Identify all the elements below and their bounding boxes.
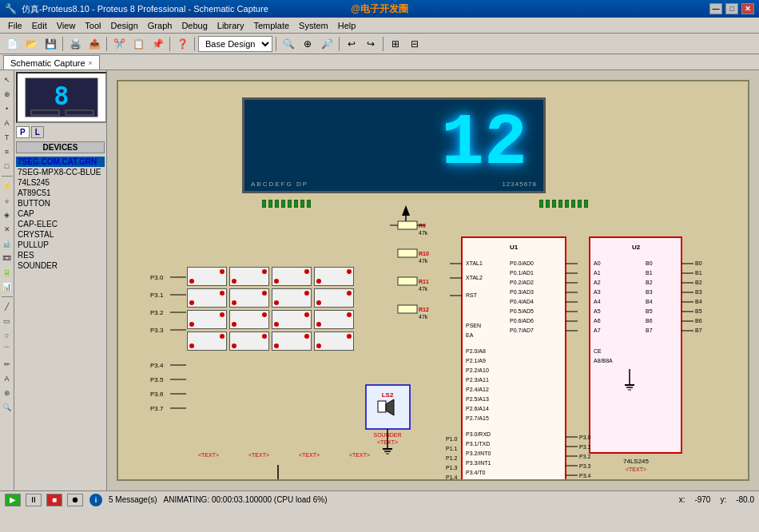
device-list[interactable]: 7SEG.COM.CAT.GRN 7SEG-MPX8-CC-BLUE 74LS2… — [14, 155, 106, 490]
2d-line-button[interactable]: ╱ — [1, 300, 14, 313]
junction-button[interactable]: • — [1, 102, 14, 115]
pin-dot — [578, 200, 582, 208]
device-res[interactable]: RES — [16, 250, 105, 260]
device-7seg-mpx8[interactable]: 7SEG-MPX8-CC-BLUE — [16, 167, 105, 177]
menu-bar: File Edit View Tool Design Graph Debug L… — [0, 18, 759, 34]
svg-text:P2.0/A8: P2.0/A8 — [466, 348, 486, 354]
device-cap[interactable]: CAP — [16, 208, 105, 219]
svg-text:XTAL2: XTAL2 — [466, 275, 483, 280]
btn-cell-1-0 — [187, 288, 227, 308]
menu-design[interactable]: Design — [106, 19, 143, 32]
menu-tool[interactable]: Tool — [80, 19, 105, 32]
close-button[interactable]: ✕ — [741, 3, 754, 14]
2d-text-button[interactable]: A — [1, 372, 14, 385]
2d-circle-button[interactable]: ○ — [1, 329, 14, 342]
svg-text:A0: A0 — [594, 260, 601, 266]
device-at89c51[interactable]: AT89C51 — [16, 188, 105, 198]
cut-button[interactable]: ✂️ — [110, 35, 128, 53]
help-button[interactable]: ❓ — [173, 35, 191, 53]
text-button[interactable]: T — [1, 131, 14, 144]
tab-close-icon[interactable]: × — [89, 59, 93, 67]
svg-text:P3.2: P3.2 — [579, 454, 591, 459]
device-74ls245[interactable]: 74LS245 — [16, 177, 105, 188]
paste-button[interactable]: 📌 — [149, 35, 166, 53]
tab-schematic[interactable]: Schematic Capture × — [3, 55, 100, 69]
btn-cell-1-3 — [314, 288, 354, 308]
copy-to-button[interactable]: ⊞ — [387, 35, 404, 53]
paste-from-button[interactable]: ⊟ — [406, 35, 423, 53]
window-title: 仿真-Proteus8.10 - Proteus 8 Professional … — [22, 3, 268, 15]
2d-sym-button[interactable]: ⊛ — [1, 387, 14, 399]
svg-text:P2.3/A11: P2.3/A11 — [466, 377, 489, 383]
zoom-fit-button[interactable]: ⊕ — [299, 35, 316, 53]
copy-button[interactable]: 📋 — [129, 35, 147, 53]
select-tool-button[interactable]: ↖ — [1, 73, 14, 86]
2d-path-button[interactable]: ✏ — [1, 358, 14, 371]
svg-text:P1.2: P1.2 — [446, 455, 458, 461]
menu-graph[interactable]: Graph — [143, 19, 177, 32]
wire-label-button[interactable]: A — [1, 117, 14, 129]
menu-debug[interactable]: Debug — [177, 19, 212, 32]
minimize-button[interactable]: — — [709, 3, 722, 14]
port-button[interactable]: ◈ — [1, 208, 14, 221]
instrument-button[interactable]: 📊 — [1, 280, 14, 293]
no-connect-button[interactable]: ✕ — [1, 223, 14, 236]
device-crystal[interactable]: CRYSTAL — [16, 229, 105, 240]
svg-text:U1: U1 — [510, 244, 519, 251]
svg-text:P3.2: P3.2 — [150, 309, 164, 316]
svg-text:P3.5: P3.5 — [150, 376, 164, 383]
canvas-area[interactable]: ABCDEFG DP 12345678 12 — [107, 70, 759, 490]
stop-button[interactable]: ■ — [46, 494, 62, 506]
svg-marker-5 — [402, 205, 410, 216]
status-bar: ▶ ⏸ ■ ⏺ i 5 Message(s) ANIMATING: 00:00:… — [0, 490, 759, 508]
save-button[interactable]: 💾 — [42, 35, 59, 53]
side-panel: 8 P L DEVICES 7SEG.COM.CAT.GRN 7SEG-MPX8… — [14, 70, 107, 490]
device-button[interactable]: BUTTON — [16, 198, 105, 208]
zoom-in-button[interactable]: 🔍 — [280, 35, 297, 53]
record-button[interactable]: ⏺ — [67, 494, 83, 506]
schematic-canvas[interactable]: ABCDEFG DP 12345678 12 — [117, 80, 749, 481]
device-sounder[interactable]: SOUNDER — [16, 260, 105, 271]
probe-button[interactable]: 🔬 — [1, 237, 14, 250]
tape-button[interactable]: 📼 — [1, 252, 14, 264]
svg-text:<TEXT>: <TEXT> — [377, 439, 398, 445]
new-button[interactable]: 📄 — [3, 35, 21, 53]
subcircuit-button[interactable]: □ — [1, 160, 14, 173]
menu-help[interactable]: Help — [333, 19, 361, 32]
menu-file[interactable]: File — [3, 19, 27, 32]
2d-box-button[interactable]: ▭ — [1, 315, 14, 328]
panel-tab-p[interactable]: P — [16, 126, 30, 138]
main-toolbar: 📄 📂 💾 🖨️ 📤 ✂️ 📋 📌 ❓ Base Design 🔍 ⊕ 🔎 ↩ … — [0, 34, 759, 54]
design-dropdown[interactable]: Base Design — [198, 36, 272, 52]
device-7seg-cat-grn[interactable]: 7SEG.COM.CAT.GRN — [16, 157, 105, 167]
maximize-button[interactable]: □ — [725, 3, 738, 14]
bus-button[interactable]: ≡ — [1, 145, 14, 158]
component-button[interactable]: ⊕ — [1, 88, 14, 101]
device-cap-elec[interactable]: CAP-ELEC — [16, 219, 105, 229]
menu-edit[interactable]: Edit — [27, 19, 52, 32]
power-button[interactable]: ⚡ — [1, 180, 14, 193]
svg-text:R10: R10 — [419, 251, 429, 256]
svg-rect-34 — [398, 277, 417, 285]
play-button[interactable]: ▶ — [5, 494, 21, 506]
redo-button[interactable]: ↪ — [362, 35, 380, 53]
menu-library[interactable]: Library — [213, 19, 249, 32]
title-bar-controls: — □ ✕ — [709, 3, 754, 14]
export-button[interactable]: 📤 — [85, 35, 103, 53]
print-button[interactable]: 🖨️ — [66, 35, 84, 53]
menu-system[interactable]: System — [294, 19, 333, 32]
panel-tab-l[interactable]: L — [31, 126, 44, 138]
device-pullup[interactable]: PULLUP — [16, 240, 105, 250]
2d-arc-button[interactable]: ⌒ — [1, 343, 14, 356]
left-toolbar-sep — [2, 176, 13, 177]
step-button[interactable]: ⏸ — [26, 494, 42, 506]
generator-button[interactable]: 🔋 — [1, 266, 14, 279]
zoom-out-button[interactable]: 🔎 — [318, 35, 336, 53]
menu-template[interactable]: Template — [248, 19, 294, 32]
ground-button[interactable]: ⏚ — [1, 194, 14, 207]
menu-view[interactable]: View — [52, 19, 81, 32]
svg-rect-84 — [590, 237, 682, 453]
zoom-button[interactable]: 🔍 — [1, 401, 14, 414]
undo-button[interactable]: ↩ — [343, 35, 360, 53]
open-button[interactable]: 📂 — [22, 35, 40, 53]
